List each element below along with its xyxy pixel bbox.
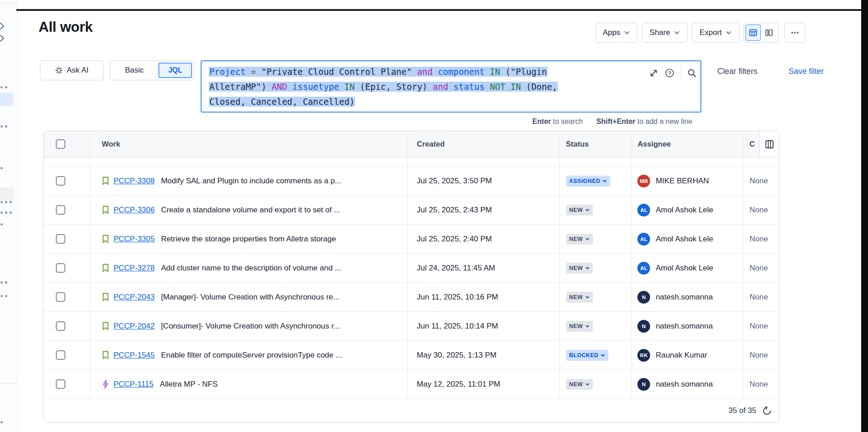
jql-query-input[interactable]: Project = "Private Cloud Control Plane" … — [201, 60, 701, 113]
issue-summary[interactable]: Add cluster name to the description of v… — [161, 264, 341, 273]
save-filter-button[interactable]: Save filter — [789, 67, 824, 76]
issue-key-link[interactable]: PCCP-2043 — [113, 293, 155, 302]
chevron-down-icon — [725, 29, 732, 36]
detail-view-button[interactable] — [762, 25, 777, 41]
issue-summary[interactable]: [Manager]- Volume Creation with Asynchro… — [161, 293, 340, 302]
category-cell: None — [743, 225, 779, 253]
clear-filters-button[interactable]: Clear filters — [717, 67, 758, 76]
jql-mode-button[interactable]: JQL — [158, 63, 192, 78]
status-cell: NEW — [560, 312, 632, 340]
ask-ai-button[interactable]: Ask AI — [40, 60, 104, 80]
apps-button[interactable]: Apps — [596, 23, 637, 43]
assignee-avatar: N — [637, 320, 650, 333]
column-header-status[interactable]: Status — [566, 140, 589, 148]
expand-editor-button[interactable] — [649, 68, 659, 78]
issue-key-link[interactable]: PCCP-2042 — [113, 322, 155, 331]
apps-button-label: Apps — [603, 28, 621, 37]
assignee-cell[interactable]: N natesh.somanna — [632, 283, 743, 311]
assignee-cell[interactable]: AL Amol Ashok Lele — [632, 196, 743, 224]
sidebar-item-dots — [0, 295, 7, 297]
status-badge[interactable]: NEW — [566, 292, 593, 303]
configure-columns-button[interactable] — [759, 131, 779, 157]
issue-key-link[interactable]: PCCP-3278 — [113, 264, 155, 273]
status-label: NEW — [569, 207, 583, 213]
status-badge[interactable]: NEW — [566, 205, 593, 216]
basic-mode-button[interactable]: Basic — [110, 66, 158, 75]
issue-summary[interactable]: Retrieve the storage properties from All… — [161, 235, 336, 244]
column-header-work[interactable]: Work — [102, 140, 120, 148]
row-checkbox[interactable] — [56, 379, 65, 389]
column-header-truncated[interactable]: C — [750, 140, 755, 148]
sidebar-divider — [0, 383, 18, 384]
refresh-button[interactable] — [762, 406, 772, 416]
issue-key-link[interactable]: PCCP-3305 — [113, 235, 155, 244]
issue-key-link[interactable]: PCCP-1545 — [113, 351, 155, 360]
status-badge[interactable]: ASSIGNED — [566, 176, 611, 187]
status-badge[interactable]: BLOCKED — [566, 350, 609, 361]
category-cell: None — [743, 167, 779, 195]
issue-key-link[interactable]: PCCP-3306 — [113, 206, 155, 215]
row-checkbox[interactable] — [56, 176, 65, 186]
chevron-down-icon — [585, 266, 590, 270]
created-date: Jul 25, 2025, 2:43 PM — [417, 206, 492, 215]
created-cell: Jul 25, 2025, 2:43 PM — [408, 196, 560, 224]
row-checkbox[interactable] — [56, 292, 65, 302]
assignee-cell[interactable]: RK Raunak Kumar — [632, 341, 743, 369]
assignee-cell[interactable]: AL Amol Ashok Lele — [632, 254, 743, 282]
status-badge[interactable]: NEW — [566, 263, 593, 274]
row-checkbox[interactable] — [56, 263, 65, 273]
sidebar-selected-item[interactable] — [0, 93, 14, 106]
share-button[interactable]: Share — [642, 23, 687, 43]
issue-summary[interactable]: Enable filter of computeServer provision… — [161, 351, 342, 360]
syntax-help-button[interactable]: ? — [665, 68, 675, 78]
chevron-down-icon — [585, 324, 590, 329]
category-cell: None — [743, 196, 779, 224]
issue-summary[interactable]: Alletra MP - NFS — [160, 380, 217, 389]
work-cell: PCCP-3306 Create a standalone volume and… — [90, 196, 408, 224]
issue-summary[interactable]: [Consumer]- Volume Creation with Asynchr… — [161, 322, 340, 331]
run-search-button[interactable] — [687, 68, 697, 78]
issue-key-link[interactable]: PCCP-1115 — [113, 380, 153, 389]
assignee-name: natesh.somanna — [656, 380, 713, 389]
row-checkbox[interactable] — [56, 234, 65, 244]
chevron-down-icon — [674, 29, 680, 36]
status-cell: BLOCKED — [560, 341, 632, 369]
column-header-assignee[interactable]: Assignee — [637, 140, 671, 148]
created-cell: Jul 25, 2025, 3:50 PM — [408, 167, 560, 195]
more-actions-button[interactable] — [784, 23, 805, 43]
search-hint: Enter to search Shift+Enter to add a new… — [509, 118, 692, 126]
sidebar-hovered-item[interactable] — [0, 187, 14, 201]
issue-key-link[interactable]: PCCP-3308 — [113, 177, 155, 186]
row-checkbox[interactable] — [56, 205, 65, 215]
assignee-cell[interactable]: N natesh.somanna — [632, 370, 743, 398]
status-badge[interactable]: NEW — [566, 379, 593, 390]
created-cell: May 30, 2025, 1:13 PM — [408, 341, 560, 369]
chevron-right-icon[interactable] — [0, 23, 4, 30]
table-row: PCCP-3305 Retrieve the storage propertie… — [44, 225, 779, 254]
table-row: PCCP-2042 [Consumer]- Volume Creation wi… — [44, 312, 779, 341]
chevron-right-icon[interactable] — [0, 35, 4, 42]
sidebar-item-dots — [0, 281, 7, 284]
column-header-created[interactable]: Created — [417, 140, 444, 148]
story-icon — [102, 234, 109, 244]
ask-ai-label: Ask AI — [67, 66, 89, 75]
story-icon — [102, 263, 109, 273]
row-checkbox[interactable] — [56, 350, 65, 360]
assignee-cell[interactable]: N natesh.somanna — [632, 312, 743, 340]
table-header-row: Work Created Status Assignee C — [44, 131, 779, 157]
assignee-name: natesh.somanna — [656, 322, 713, 331]
issue-summary[interactable]: Modify SAL and Plugin to include comment… — [161, 177, 341, 186]
work-cell: PCCP-1115 Alletra MP - NFS — [90, 370, 408, 398]
row-checkbox[interactable] — [56, 321, 65, 331]
assignee-cell[interactable]: AL Amol Ashok Lele — [632, 225, 743, 253]
assignee-name: Amol Ashok Lele — [656, 206, 713, 215]
select-all-checkbox[interactable] — [56, 139, 65, 149]
window-right-edge — [861, 0, 868, 432]
category-value: None — [750, 177, 768, 186]
table-view-button[interactable] — [745, 25, 761, 41]
status-badge[interactable]: NEW — [566, 234, 593, 245]
status-badge[interactable]: NEW — [566, 321, 593, 332]
assignee-cell[interactable]: MB MIKE BERHAN — [632, 167, 743, 195]
export-button[interactable]: Export — [692, 23, 740, 43]
issue-summary[interactable]: Create a standalone volume and export it… — [161, 206, 340, 215]
